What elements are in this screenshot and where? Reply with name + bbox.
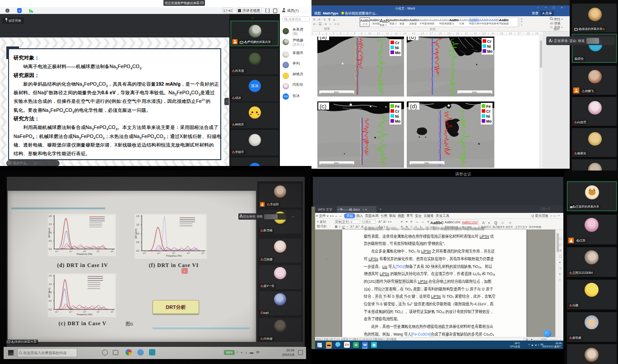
- svg-text:0.0: 0.0: [136, 250, 139, 252]
- svg-text:Fe: Fe: [486, 104, 491, 109]
- svg-text:2.0: 2.0: [49, 215, 52, 217]
- svg-text:0.0: 0.0: [49, 248, 52, 250]
- svg-text:1.5: 1.5: [136, 224, 139, 226]
- svg-text:(d): (d): [410, 103, 417, 110]
- svg-text:1.5: 1.5: [49, 223, 52, 226]
- svg-text:DRT (Ωm²): DRT (Ωm²): [48, 228, 51, 238]
- svg-text:DRT (Ωm²): DRT (Ωm²): [48, 288, 51, 298]
- svg-text:0.5: 0.5: [49, 300, 52, 302]
- svg-text:(c): (c): [320, 103, 326, 110]
- svg-text:Cr: Cr: [486, 109, 491, 114]
- svg-text:Ni: Ni: [395, 46, 399, 50]
- svg-text:(a): (a): [320, 37, 327, 40]
- svg-text:0.0: 0.0: [49, 309, 52, 311]
- svg-text:1mm: 1mm: [424, 162, 429, 164]
- svg-text:Ni: Ni: [487, 44, 491, 49]
- svg-text:(b): (b): [409, 37, 416, 40]
- svg-text:DRT (Ωm²): DRT (Ωm²): [135, 229, 137, 239]
- svg-text:1mm: 1mm: [334, 91, 339, 93]
- svg-text:Cr: Cr: [487, 39, 492, 44]
- svg-text:Frequency (Hz): Frequency (Hz): [77, 253, 93, 255]
- svg-text:Mo: Mo: [395, 119, 400, 124]
- svg-text:Cr: Cr: [395, 41, 400, 45]
- svg-text:1.5: 1.5: [49, 283, 52, 286]
- svg-text:1mm: 1mm: [472, 91, 477, 93]
- svg-text:0.5: 0.5: [49, 240, 52, 242]
- svg-text:Mo: Mo: [395, 51, 400, 55]
- svg-text:Ni: Ni: [486, 114, 490, 119]
- svg-text:2.0: 2.0: [136, 215, 139, 217]
- svg-text:Frequency (Hz): Frequency (Hz): [77, 313, 93, 316]
- svg-text:Fe: Fe: [395, 104, 400, 109]
- svg-text:Mo: Mo: [486, 119, 492, 124]
- svg-text:Ni: Ni: [395, 114, 399, 119]
- svg-text:1mm: 1mm: [334, 162, 339, 164]
- svg-text:0.5: 0.5: [136, 241, 139, 244]
- svg-text:Frequency (Hz): Frequency (Hz): [166, 254, 182, 257]
- svg-text:2.0: 2.0: [49, 275, 52, 277]
- svg-text:Cr: Cr: [395, 109, 400, 114]
- svg-text:Mo: Mo: [487, 49, 493, 54]
